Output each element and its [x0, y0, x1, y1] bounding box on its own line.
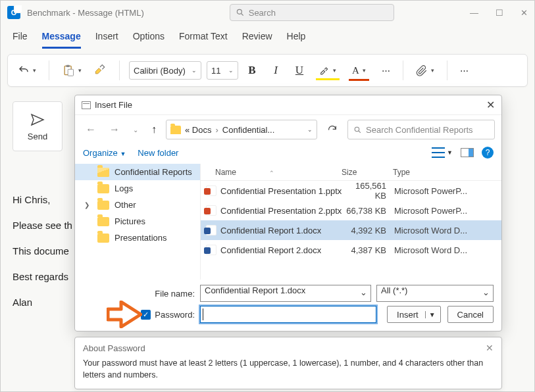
insert-button[interactable]: Insert▼: [387, 306, 440, 323]
bold-button[interactable]: B: [245, 64, 259, 77]
outlook-icon: O: [7, 6, 20, 19]
filename-input[interactable]: Confidential Report 1.docx: [200, 285, 371, 302]
view-button[interactable]: ▼: [432, 147, 453, 158]
ribbon: ▾ ▾ Calibri (Body)⌄ 11⌄ B I U ▾ A▾ ⋯ ▾ ⋯: [7, 54, 528, 87]
tab-message[interactable]: Message: [42, 28, 81, 49]
tab-review[interactable]: Review: [242, 28, 272, 49]
password-input[interactable]: [200, 306, 376, 323]
svg-rect-3: [66, 65, 70, 67]
paste-button[interactable]: ▾: [59, 61, 85, 80]
file-type: Microsoft PowerP...: [394, 186, 501, 196]
file-filter-dropdown[interactable]: All (*.*): [376, 285, 494, 302]
file-name: Confidential Presentation 1.pptx: [220, 186, 343, 196]
ribbon-tabs: File Message Insert Options Format Text …: [1, 24, 534, 49]
minimize-button[interactable]: —: [470, 8, 478, 18]
send-label: Send: [28, 132, 47, 141]
dialog-titlebar: Insert File ✕: [75, 95, 501, 115]
nav-back-button[interactable]: ←: [82, 121, 100, 138]
about-password-close-button[interactable]: ✕: [486, 343, 494, 353]
tab-help[interactable]: Help: [287, 28, 306, 49]
tree-item-presentations[interactable]: Presentations: [75, 230, 200, 246]
about-password-title: About Password: [83, 343, 145, 353]
nav-up-button[interactable]: ↑: [147, 121, 161, 138]
dialog-nav: ← → ⌄ ↑ « Docs › Confidential... ⌄ Searc…: [75, 115, 501, 144]
outlook-window: O Benchmark - Message (HTML) Search — ☐ …: [0, 0, 535, 392]
file-row[interactable]: Confidential Report 2.docx4,387 KBMicros…: [201, 240, 501, 260]
callout-arrow-icon: [107, 301, 142, 330]
dialog-search[interactable]: Search Confidential Reports: [347, 120, 495, 139]
new-folder-button[interactable]: New folder: [138, 148, 178, 158]
password-checkbox[interactable]: ✓: [141, 310, 151, 320]
refresh-button[interactable]: [322, 120, 342, 139]
search-icon: [236, 8, 245, 17]
preview-pane-button[interactable]: [461, 148, 474, 157]
dialog-title: Insert File: [95, 100, 132, 110]
titlebar: O Benchmark - Message (HTML) Search — ☐ …: [1, 1, 534, 24]
svg-rect-4: [68, 69, 73, 76]
breadcrumb[interactable]: « Docs › Confidential... ⌄: [166, 120, 317, 139]
file-row[interactable]: Confidential Presentation 1.pptx165,561 …: [201, 181, 501, 201]
tree-item-logs[interactable]: Logs: [75, 180, 200, 197]
tree-item-confidential-reports[interactable]: Confidential Reports: [75, 164, 200, 180]
file-name: Confidential Presentation 2.pptx: [220, 206, 343, 216]
organize-button[interactable]: Organize ▼: [83, 148, 126, 158]
tab-file[interactable]: File: [13, 28, 28, 49]
file-size: 4,387 KB: [343, 245, 394, 255]
undo-button[interactable]: ▾: [14, 62, 39, 79]
maximize-button[interactable]: ☐: [496, 8, 503, 18]
window-title: Benchmark - Message (HTML): [27, 8, 144, 18]
more-formatting-button[interactable]: ⋯: [378, 63, 394, 78]
folder-icon: [170, 126, 181, 134]
tree-item-other[interactable]: ❯Other: [75, 197, 200, 213]
search-icon: [353, 126, 362, 134]
highlight-button[interactable]: ▾: [316, 62, 340, 78]
format-painter-button[interactable]: [90, 61, 110, 80]
svg-line-6: [359, 131, 361, 133]
italic-button[interactable]: I: [268, 64, 283, 77]
tab-format-text[interactable]: Format Text: [179, 28, 228, 49]
file-list: Name⌃ Size Type Confidential Presentatio…: [200, 164, 501, 280]
file-size: 4,392 KB: [343, 226, 394, 235]
search-placeholder: Search: [249, 8, 276, 18]
folder-tree: Confidential Reports Logs ❯Other Picture…: [75, 164, 200, 280]
file-list-header[interactable]: Name⌃ Size Type: [201, 164, 501, 181]
dialog-toolbar: Organize ▼ New folder ▼ ?: [75, 144, 501, 164]
tab-insert[interactable]: Insert: [95, 28, 118, 49]
svg-line-1: [241, 14, 243, 16]
powerpoint-icon: [206, 185, 217, 196]
attach-file-button[interactable]: ▾: [413, 61, 438, 80]
font-color-button[interactable]: A▾: [349, 62, 369, 79]
font-family-combo[interactable]: Calibri (Body)⌄: [129, 61, 201, 80]
cancel-button[interactable]: Cancel: [447, 306, 494, 323]
file-size: 165,561 KB: [343, 181, 394, 201]
dialog-search-placeholder: Search Confidential Reports: [366, 125, 473, 135]
folder-icon: [97, 184, 109, 193]
filename-label: File name:: [83, 289, 195, 299]
tree-item-pictures[interactable]: Pictures: [75, 213, 200, 230]
svg-point-5: [355, 127, 359, 132]
help-button[interactable]: ?: [482, 147, 494, 159]
file-row[interactable]: Confidential Report 1.docx4,392 KBMicros…: [201, 220, 501, 240]
mail-body-preview: Hi Chris, Please see th This docume Best…: [13, 187, 72, 315]
file-name: Confidential Report 2.docx: [220, 245, 343, 255]
underline-button[interactable]: U: [292, 64, 307, 77]
close-button[interactable]: ✕: [521, 8, 528, 18]
titlebar-search[interactable]: Search: [230, 4, 394, 21]
nav-recent-button[interactable]: ⌄: [129, 124, 142, 136]
tab-options[interactable]: Options: [133, 28, 165, 49]
insert-file-dialog: Insert File ✕ ← → ⌄ ↑ « Docs › Confident…: [74, 95, 502, 331]
word-icon: [206, 245, 217, 255]
send-button[interactable]: Send: [13, 101, 63, 151]
font-size-combo[interactable]: 11⌄: [207, 61, 238, 80]
folder-icon: [97, 168, 109, 177]
nav-forward-button[interactable]: →: [105, 121, 124, 138]
file-row[interactable]: Confidential Presentation 2.pptx66,738 K…: [201, 201, 501, 220]
dialog-close-button[interactable]: ✕: [486, 99, 495, 111]
file-name: Confidential Report 1.docx: [220, 226, 343, 235]
ribbon-overflow-button[interactable]: ⋯: [457, 63, 472, 78]
about-password-panel: About Password ✕ Your password must have…: [74, 337, 502, 389]
file-type: Microsoft Word D...: [394, 226, 501, 235]
send-icon: [30, 112, 45, 128]
word-icon: [206, 225, 217, 235]
dialog-icon: [82, 101, 91, 109]
